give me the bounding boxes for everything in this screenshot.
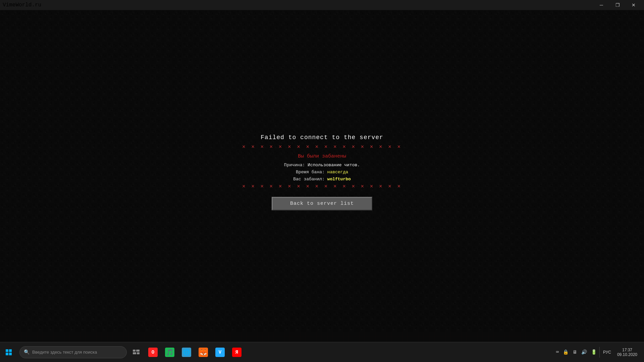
duration-label: Время бана: [296, 170, 325, 175]
taskbar-app-spotify[interactable]: 🎵 [162, 342, 178, 362]
close-button[interactable]: ✕ [626, 0, 641, 10]
taskbar-app-browser[interactable]: 🌐 [178, 342, 195, 362]
spotify-icon: 🎵 [165, 348, 174, 357]
taskbar-search[interactable]: 🔍 Введите здесь текст для поиска [19, 346, 127, 358]
reason-value: Использование читов. [308, 163, 360, 168]
reason-label: Причина: [284, 163, 305, 168]
svg-rect-20 [133, 352, 136, 354]
taskbar-app-yandex[interactable]: Я [229, 342, 245, 362]
yandex-icon: Я [232, 348, 241, 357]
display-icon[interactable]: 🖥 [571, 349, 579, 356]
titlebar: VimeWorld.ru ─ ❐ ✕ [0, 0, 644, 10]
windows-icon [5, 349, 12, 356]
lock-icon[interactable]: 🔒 [561, 349, 570, 356]
volume-icon[interactable]: 🔊 [580, 349, 588, 356]
taskbar-app-opera[interactable]: O [145, 342, 161, 362]
banned-header: Вы были забанены [298, 154, 346, 159]
banned-by-value: wolfturbo [327, 177, 351, 182]
start-button[interactable] [0, 342, 17, 362]
separator-top: × × × × × × × × × × × × × × × × × × [242, 144, 402, 150]
banned-by-label: Вас забанил: [293, 177, 325, 182]
system-clock[interactable]: 17:37 09.10.2020 [614, 342, 640, 362]
back-to-server-list-button[interactable]: Back to server list [272, 197, 372, 210]
task-view-icon [133, 350, 140, 355]
svg-rect-16 [6, 353, 8, 355]
separator-bottom: × × × × × × × × × × × × × × × × × × [242, 184, 402, 190]
svg-rect-19 [136, 350, 140, 352]
minimize-button[interactable]: ─ [594, 0, 609, 10]
search-icon: 🔍 [24, 349, 30, 355]
disconnect-dialog: Failed to connect to the server × × × × … [238, 134, 406, 210]
taskbar-app-vimeworld[interactable]: V [212, 342, 228, 362]
svg-rect-17 [9, 353, 12, 355]
window-controls: ─ ❐ ✕ [594, 0, 641, 10]
window-title: VimeWorld.ru [3, 2, 41, 8]
opera-icon: O [148, 348, 158, 357]
taskbar-apps: O 🎵 🌐 🦊 V Я [144, 342, 550, 362]
clock-time: 17:37 [622, 348, 632, 352]
language-indicator[interactable]: РУС [601, 350, 613, 355]
battery-icon[interactable]: 🔋 [590, 349, 598, 356]
firefox-icon: 🦊 [199, 348, 208, 357]
game-area: Failed to connect to the server × × × × … [0, 10, 644, 342]
banned-by-line: Вас забанил: wolfturbo [293, 177, 351, 182]
task-view-button[interactable] [129, 342, 144, 362]
tray-separator [599, 347, 600, 358]
search-placeholder: Введите здесь текст для поиска [32, 350, 97, 355]
duration-value: навсегда [327, 170, 348, 175]
taskbar-app-firefox[interactable]: 🦊 [195, 342, 211, 362]
svg-rect-18 [133, 350, 136, 352]
restore-button[interactable]: ❐ [610, 0, 625, 10]
disconnect-title: Failed to connect to the server [261, 134, 383, 141]
browser-icon: 🌐 [182, 348, 191, 357]
clock-date: 09.10.2020 [617, 352, 637, 357]
vimeworld-icon: V [215, 348, 225, 357]
duration-line: Время бана: навсегда [296, 170, 348, 175]
taskbar: 🔍 Введите здесь текст для поиска O 🎵 🌐 [0, 342, 644, 362]
svg-rect-14 [6, 349, 8, 352]
reason-line: Причина: Использование читов. [284, 163, 360, 168]
system-tray: ⌨ 🔒 🖥 🔊 🔋 РУС 17:37 09.10.2020 [550, 342, 644, 362]
svg-rect-21 [137, 352, 140, 354]
keyboard-icon[interactable]: ⌨ [554, 349, 560, 356]
svg-rect-15 [9, 349, 12, 352]
